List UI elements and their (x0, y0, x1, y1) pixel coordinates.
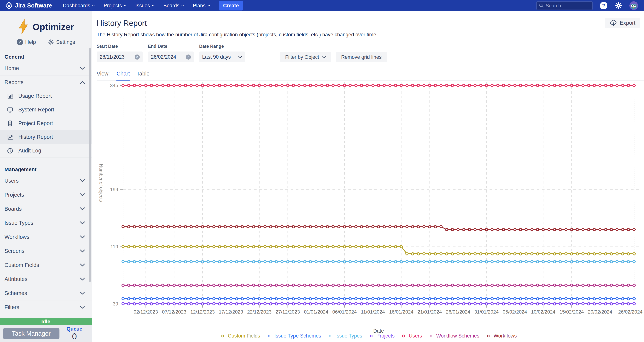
sidebar-item-label: System Report (18, 107, 54, 113)
sidebar-item-project-report[interactable]: Project Report (0, 116, 92, 130)
create-button[interactable]: Create (219, 1, 243, 11)
svg-text:26/01/2024: 26/01/2024 (446, 309, 470, 315)
end-date-input[interactable] (151, 54, 181, 60)
start-date-field[interactable]: ✕ (97, 52, 143, 62)
search-box[interactable] (536, 1, 593, 10)
sidebar-item-projects[interactable]: Projects (0, 188, 92, 202)
chevron-down-icon (80, 292, 85, 295)
sidebar-item-custom-fields[interactable]: Custom Fields (0, 258, 92, 272)
sidebar-item-screens[interactable]: Screens (0, 244, 92, 258)
sidebar-item-label: Usage Report (18, 93, 52, 99)
help-label: Help (25, 39, 36, 45)
svg-text:06/01/2024: 06/01/2024 (332, 309, 356, 315)
legend-item-users[interactable]: Users (400, 333, 422, 339)
filter-by-object-button[interactable]: Filter by Object (280, 52, 331, 62)
jira-brand[interactable]: Jira Software (5, 2, 52, 10)
clear-icon[interactable]: ✕ (135, 55, 140, 60)
view-label: View: (97, 71, 110, 80)
sidebar-item-attributes[interactable]: Attributes (0, 272, 92, 286)
chevron-down-icon (322, 56, 326, 58)
sidebar-menu: GeneralHomeReportsUsage ReportSystem Rep… (0, 54, 92, 314)
svg-text:26/02/2024: 26/02/2024 (618, 309, 642, 315)
chevron-down-icon (207, 5, 210, 7)
legend-label: Workflow Schemes (436, 333, 480, 339)
legend-item-workflows[interactable]: Workflows (484, 333, 517, 339)
nav-item-label: Plans (193, 3, 206, 9)
nav-item-issues[interactable]: Issues (136, 3, 155, 9)
task-manager-button[interactable]: Task Manager (3, 328, 60, 339)
svg-text:31/01/2024: 31/01/2024 (474, 309, 498, 315)
status-badge: Idle (0, 318, 92, 325)
sidebar-help-button[interactable]: ? Help (17, 39, 36, 45)
sidebar-item-label: Audit Log (18, 147, 41, 154)
svg-text:21/01/2024: 21/01/2024 (418, 309, 442, 315)
sidebar-item-label: Schemes (4, 290, 27, 296)
top-nav: Jira Software Dashboards Projects Issues… (0, 0, 644, 11)
sidebar-item-label: Filters (4, 304, 19, 310)
nav-menu: Dashboards Projects Issues Boards Plans (63, 3, 210, 9)
sidebar-item-reports[interactable]: Reports (0, 75, 92, 89)
remove-grid-lines-button[interactable]: Remove grid lines (336, 52, 387, 62)
help-icon[interactable]: ? (600, 2, 607, 9)
sidebar-item-home[interactable]: Home (0, 61, 92, 75)
gear-icon[interactable] (615, 2, 622, 9)
sidebar-item-usage-report[interactable]: Usage Report (0, 89, 92, 103)
chevron-down-icon (92, 5, 95, 7)
export-button[interactable]: Export (605, 18, 640, 28)
chevron-down-icon (124, 5, 127, 7)
sidebar-item-label: Custom Fields (4, 262, 39, 268)
optimizer-logo: Optimizer (0, 11, 92, 36)
search-input[interactable] (546, 3, 589, 9)
sidebar-scrollbar[interactable] (89, 48, 91, 282)
sidebar-item-label: History Report (18, 134, 53, 140)
end-date-field[interactable]: ✕ (148, 52, 194, 62)
legend-label: Issue Type Schemes (274, 333, 321, 339)
sidebar-item-system-report[interactable]: System Report (0, 103, 92, 116)
chart-legend: Custom FieldsIssue Type SchemesIssue Typ… (92, 333, 644, 339)
legend-label: Projects (376, 333, 395, 339)
legend-item-custom-fields[interactable]: Custom Fields (219, 333, 260, 339)
sidebar-item-boards[interactable]: Boards (0, 202, 92, 216)
sidebar-item-issue-types[interactable]: Issue Types (0, 216, 92, 230)
gear-icon (48, 39, 54, 45)
legend-item-issue-types[interactable]: Issue Types (326, 333, 362, 339)
sidebar-item-users[interactable]: Users (0, 174, 92, 188)
queue-indicator: Queue 0 (66, 326, 82, 341)
date-range-select[interactable]: Last 90 days (199, 52, 245, 62)
sidebar-item-history-report[interactable]: History Report (0, 130, 92, 144)
queue-label: Queue (66, 326, 82, 332)
legend-marker-icon (368, 334, 375, 337)
sidebar-settings-button[interactable]: Settings (48, 39, 75, 45)
nav-item-label: Dashboards (63, 3, 90, 9)
sidebar-item-label: Workflows (4, 234, 29, 240)
sidebar-item-label: Attributes (4, 276, 28, 282)
legend-item-issue-type-schemes[interactable]: Issue Type Schemes (265, 333, 321, 339)
legend-marker-icon (326, 334, 334, 337)
chevron-down-icon (80, 207, 85, 211)
legend-item-workflow-schemes[interactable]: Workflow Schemes (427, 333, 480, 339)
help-icon: ? (17, 39, 23, 45)
page-title: History Report (97, 19, 644, 28)
lightning-bolt-icon (18, 19, 29, 35)
nav-item-dashboards[interactable]: Dashboards (63, 3, 95, 9)
sidebar-item-workflows[interactable]: Workflows (0, 230, 92, 244)
clock-icon (7, 147, 14, 154)
line-chart-icon (7, 134, 14, 140)
nav-item-plans[interactable]: Plans (193, 3, 210, 9)
clear-icon[interactable]: ✕ (186, 55, 191, 60)
chevron-down-icon (80, 67, 85, 70)
legend-label: Workflows (494, 333, 517, 339)
cloud-download-icon (610, 20, 617, 26)
start-date-input[interactable] (100, 54, 130, 60)
sidebar-item-audit-log[interactable]: Audit Log (0, 144, 92, 157)
nav-item-boards[interactable]: Boards (164, 3, 184, 9)
sidebar-item-filters[interactable]: Filters (0, 300, 92, 314)
sidebar-item-schemes[interactable]: Schemes (0, 286, 92, 300)
nav-item-projects[interactable]: Projects (104, 3, 127, 9)
legend-label: Users (409, 333, 422, 339)
svg-text:10/02/2024: 10/02/2024 (531, 309, 555, 315)
tab-chart[interactable]: Chart (116, 71, 130, 80)
legend-item-projects[interactable]: Projects (368, 333, 395, 339)
tab-table[interactable]: Table (136, 71, 150, 80)
owl-avatar[interactable] (630, 1, 638, 10)
